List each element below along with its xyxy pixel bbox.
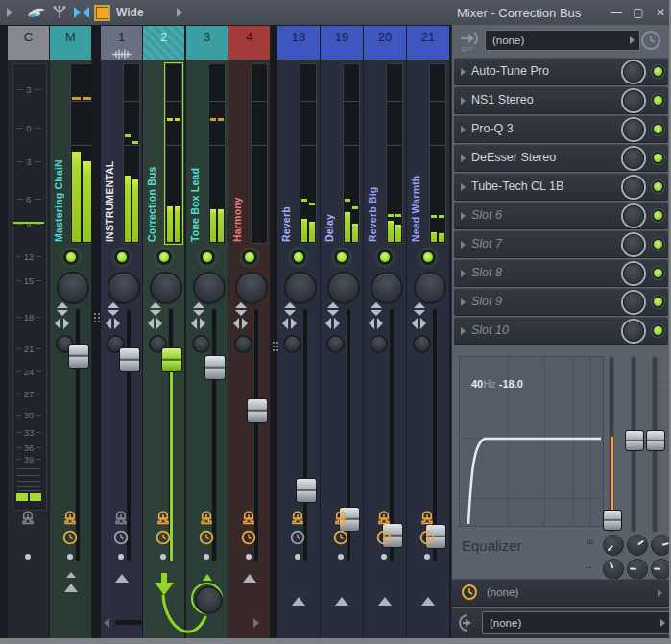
plugin-slot-2[interactable]: NS1 Stereo (454, 86, 668, 114)
slot-enable-led[interactable] (654, 211, 662, 220)
splitter-grip[interactable] (94, 313, 101, 322)
horizontal-arrows-icon[interactable] (106, 318, 120, 329)
channel-header[interactable]: M (50, 26, 91, 60)
horizontal-arrows-icon[interactable] (325, 318, 340, 329)
slot-expand-arrow-icon[interactable] (461, 68, 466, 76)
slot-expand-arrow-icon[interactable] (461, 126, 466, 133)
channel-strip-20[interactable]: 20Reverb Big (364, 26, 407, 638)
slot-mix-knob[interactable] (623, 61, 644, 83)
eq-band-slider-2[interactable] (626, 357, 641, 532)
volume-fader-handle[interactable] (68, 344, 89, 369)
channel-strip-2[interactable]: 2Correction Bus (143, 26, 185, 638)
slot-expand-arrow-icon[interactable] (461, 155, 466, 162)
vertical-arrows-icon[interactable] (108, 302, 119, 316)
channel-header[interactable]: 21 (407, 26, 449, 60)
mute-led-button[interactable] (337, 252, 347, 262)
vertical-arrows-icon[interactable] (57, 302, 68, 316)
slot-mix-knob[interactable] (623, 119, 644, 140)
slot-expand-arrow-icon[interactable] (461, 212, 466, 220)
channel-header[interactable]: 20 (364, 26, 406, 60)
slot-mix-knob[interactable] (623, 177, 644, 198)
pan-knob[interactable] (284, 272, 317, 304)
pan-knob[interactable] (327, 272, 360, 304)
eq-band1-bandwidth-knob[interactable] (603, 535, 624, 556)
plugin-slot-6[interactable]: Slot 6 (454, 202, 668, 229)
vertical-arrows-icon[interactable] (150, 302, 161, 316)
time-row[interactable]: (none) (452, 579, 670, 607)
plugin-tree-icon[interactable] (52, 0, 67, 25)
clock-icon[interactable] (419, 530, 435, 549)
route-source-arrowhead[interactable] (155, 583, 174, 595)
plugin-slot-1[interactable]: Auto-Tune Pro (454, 58, 668, 85)
clock-icon[interactable] (156, 530, 171, 549)
route-up-arrow[interactable] (421, 597, 435, 606)
minimize-button[interactable]: — (607, 0, 626, 25)
slot-enable-led[interactable] (654, 298, 662, 306)
pan-knob[interactable] (108, 272, 140, 304)
menu-arrow-icon[interactable] (7, 0, 12, 25)
vertical-arrows-icon[interactable] (371, 302, 382, 316)
view-mode-label[interactable]: Wide (116, 0, 144, 25)
mute-led-button[interactable] (117, 252, 127, 262)
channel-strip-21[interactable]: 21Need Warmth (407, 26, 450, 638)
route-up-arrow[interactable] (64, 584, 78, 592)
splitter-grip[interactable] (273, 342, 279, 351)
mute-led-button[interactable] (159, 252, 169, 262)
stereo-separation-knob[interactable] (326, 335, 345, 353)
scrollbar-left-arrow[interactable] (104, 618, 109, 628)
clock-icon[interactable] (376, 530, 392, 549)
arm-icon[interactable] (376, 511, 392, 531)
pan-knob[interactable] (57, 272, 89, 304)
route-up-arrow[interactable] (378, 597, 392, 606)
clock-icon[interactable] (241, 530, 256, 549)
channel-header[interactable]: 19 (321, 26, 363, 60)
slot-enable-led[interactable] (654, 125, 662, 133)
channel-strip-19[interactable]: 19Delay (321, 26, 364, 638)
plugin-slot-10[interactable]: Slot 10 (454, 317, 668, 345)
pan-knob[interactable] (414, 272, 446, 304)
slot-expand-arrow-icon[interactable] (461, 270, 466, 277)
audio-input-icon[interactable]: EXT (458, 29, 481, 52)
vertical-arrows-icon[interactable] (284, 302, 296, 316)
slot-mix-knob[interactable] (623, 292, 644, 313)
channel-strip-3[interactable]: 3Tone Box Lead (186, 26, 228, 638)
vertical-arrows-icon[interactable] (235, 302, 247, 316)
route-up-arrow[interactable] (243, 574, 256, 583)
mute-led-button[interactable] (203, 252, 212, 262)
volume-fader-handle[interactable] (204, 355, 226, 380)
channel-strip-18[interactable]: 18Reverb (277, 26, 321, 638)
route-up-arrow-small[interactable] (66, 572, 76, 578)
horizontal-arrows-icon[interactable] (369, 318, 383, 329)
mute-led-button[interactable] (423, 252, 433, 262)
vertical-arrows-icon[interactable] (414, 302, 425, 316)
horizontal-arrows-icon[interactable] (55, 318, 69, 329)
ruler-header[interactable]: C (8, 26, 49, 60)
mute-led-button[interactable] (66, 252, 76, 262)
arm-icon[interactable] (333, 511, 348, 531)
vertical-arrows-icon[interactable] (193, 302, 204, 316)
eq-display[interactable]: 40Hz -18.0 (459, 356, 604, 527)
clock-icon[interactable] (62, 530, 78, 549)
slot-mix-knob[interactable] (623, 321, 644, 342)
pan-knob[interactable] (235, 272, 268, 304)
horizontal-arrows-icon[interactable] (233, 318, 248, 329)
stereo-separation-knob[interactable] (192, 335, 210, 353)
route-up-arrow[interactable] (292, 597, 305, 606)
slot-enable-led[interactable] (654, 269, 662, 277)
slot-enable-led[interactable] (654, 67, 662, 76)
stereo-separation-knob[interactable] (283, 335, 301, 353)
route-up-arrow[interactable] (115, 574, 129, 583)
eq-band2-freq-knob[interactable] (627, 559, 648, 580)
group-splitter[interactable] (92, 25, 101, 638)
plugin-slot-5[interactable]: Tube-Tech CL 1B (454, 173, 668, 201)
slot-expand-arrow-icon[interactable] (461, 97, 466, 105)
slot-mix-knob[interactable] (623, 234, 644, 255)
arm-icon[interactable] (199, 511, 214, 531)
arm-icon[interactable] (156, 511, 171, 531)
channel-strip-1[interactable]: 1INSTRUMENTAL (101, 26, 143, 638)
eq-band1-freq-knob[interactable] (603, 559, 624, 580)
audio-output-select[interactable]: (none) (482, 611, 671, 634)
view-color-swatch[interactable] (94, 0, 110, 25)
plugin-slot-8[interactable]: Slot 8 (454, 259, 668, 287)
stereo-separation-knob[interactable] (413, 335, 431, 353)
